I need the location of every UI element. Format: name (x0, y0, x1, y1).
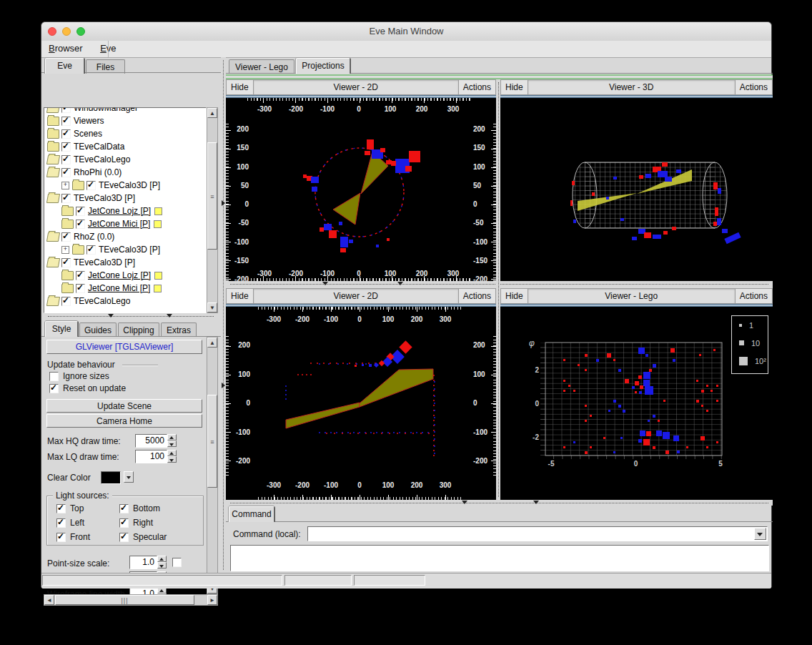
tree-item[interactable]: JetCone Mici [P] (44, 217, 206, 230)
tree-item[interactable]: Scenes (44, 127, 206, 140)
viewer4-hide-button[interactable]: Hide (501, 289, 528, 303)
tree-item[interactable]: +TEveCalo3D [P] (44, 243, 206, 256)
tree-checkbox[interactable] (76, 220, 85, 229)
menu-browser[interactable]: Browser (41, 41, 90, 57)
tree-item[interactable]: JetCone Lojz [P] (44, 269, 206, 282)
tab-viewer-lego[interactable]: Viewer - Lego (229, 59, 294, 74)
viewer-column-splitter[interactable] (496, 79, 500, 500)
checkbox[interactable] (56, 533, 66, 542)
combo-dropdown-icon[interactable] (754, 528, 766, 540)
update-scene-button[interactable]: Update Scene (46, 399, 202, 413)
checkbox[interactable] (119, 518, 129, 528)
style-scroll-thumb[interactable]: ≡ (207, 395, 217, 488)
light-bottom-checkbox-row[interactable]: Bottom (119, 503, 191, 513)
tree-item[interactable]: +TEveCalo3D [P] (44, 179, 206, 192)
command-input-combo[interactable] (307, 526, 768, 541)
tree-checkbox[interactable] (61, 194, 71, 203)
checkbox[interactable] (49, 372, 59, 381)
tree-item[interactable]: RhoZ (0.0) (44, 230, 206, 243)
clear-color-dropdown-icon[interactable] (124, 471, 134, 483)
splitter-arrow-icon[interactable] (322, 282, 328, 285)
splitter-arrow-icon[interactable] (462, 501, 467, 504)
spinner-arrows-icon[interactable] (157, 556, 167, 568)
max-hq-spinbox[interactable]: 5000 (135, 434, 177, 448)
splitter-arrow-icon[interactable] (222, 383, 225, 388)
tree-item-label[interactable]: JetCone Lojz [P] (88, 270, 151, 280)
sidebar-splitter[interactable] (44, 313, 218, 320)
glviewer-button[interactable]: GLViewer [TGLSAViewer] (46, 340, 202, 354)
tree-checkbox[interactable] (61, 117, 71, 126)
tab-extras[interactable]: Extras (161, 322, 197, 337)
tree-item-label[interactable]: JetCone Mici [P] (88, 219, 150, 229)
tree-item[interactable]: TEveCaloLego (44, 153, 206, 166)
tree-checkbox[interactable] (76, 207, 85, 216)
tab-eve[interactable]: Eve (45, 58, 84, 74)
tree-checkbox[interactable] (61, 129, 71, 139)
tree-checkbox[interactable] (61, 142, 71, 152)
viewer3-hide-button[interactable]: Hide (227, 289, 254, 303)
tree-scrollbar[interactable]: ▲ ▼ ≡ (207, 107, 218, 313)
max-lq-spinbox[interactable]: 100 (135, 450, 177, 463)
point-size-checkbox[interactable] (172, 558, 182, 567)
spinner-arrows-icon[interactable] (167, 434, 177, 447)
checkbox[interactable] (56, 504, 66, 513)
tree-checkbox[interactable] (61, 107, 71, 113)
splitter-arrow-icon[interactable] (397, 282, 403, 285)
style-panel-scrollbar[interactable]: ▲ ▼ ≡ (207, 337, 218, 594)
command-splitter[interactable] (226, 500, 773, 506)
tree-item[interactable]: RhoPhi (0.0) (44, 166, 206, 179)
color-tag[interactable] (154, 207, 162, 215)
ignore-sizes-checkbox-row[interactable]: Ignore sizes (49, 371, 109, 381)
tree-item-label[interactable]: JetCone Lojz [P] (88, 206, 151, 216)
viewer3-actions-button[interactable]: Actions (458, 289, 495, 303)
point-size-value[interactable]: 1.0 (129, 556, 157, 569)
command-output-box[interactable] (230, 545, 769, 571)
tree-item[interactable]: JetCone Lojz [P] (44, 205, 206, 217)
tree-checkbox[interactable] (61, 155, 71, 164)
tree-checkbox[interactable] (76, 284, 85, 293)
max-lq-value[interactable]: 100 (135, 450, 167, 463)
scroll-up-icon[interactable]: ▲ (207, 108, 217, 118)
scroll-right-icon[interactable]: ► (207, 595, 217, 605)
tree-item[interactable]: WindowManager (44, 107, 206, 114)
light-top-checkbox-row[interactable]: Top (56, 503, 119, 513)
color-tag[interactable] (154, 272, 162, 280)
tab-command[interactable]: Command (229, 506, 274, 522)
light-specular-checkbox-row[interactable]: Specular (119, 532, 191, 542)
tree-checkbox[interactable] (61, 297, 71, 306)
tab-style[interactable]: Style (45, 321, 78, 337)
camera-home-button[interactable]: Camera Home (46, 414, 202, 428)
splitter-arrow-icon[interactable] (167, 314, 172, 317)
tree-item[interactable]: JetCone Mici [P] (44, 282, 206, 295)
viewer2-hide-button[interactable]: Hide (501, 80, 528, 94)
tree-scroll-thumb[interactable]: ≡ (207, 142, 217, 250)
tree-expander-icon[interactable]: + (61, 182, 69, 189)
tree-item-label[interactable]: JetCone Mici [P] (88, 283, 150, 293)
clear-color-swatch[interactable] (101, 471, 121, 484)
reset-on-update-checkbox-row[interactable]: Reset on update (49, 383, 126, 393)
checkbox[interactable] (119, 504, 129, 513)
tree-checkbox[interactable] (86, 181, 96, 190)
sidebar-hscrollbar[interactable]: ◄ ► ||| (44, 594, 218, 606)
viewer3-viewport[interactable]: -300-200-1000100200300 -300-200-10001002… (226, 307, 496, 500)
splitter-arrow-icon[interactable] (108, 314, 114, 317)
tab-projections[interactable]: Projections (296, 58, 350, 74)
scroll-left-icon[interactable]: ◄ (44, 595, 54, 605)
tree-checkbox[interactable] (61, 168, 71, 177)
light-right-checkbox-row[interactable]: Right (119, 518, 191, 528)
scroll-up-icon[interactable]: ▲ (207, 338, 217, 348)
hscroll-thumb[interactable]: ||| (55, 595, 194, 605)
point-size-spinbox[interactable]: 1.0 (129, 556, 167, 569)
tree-item[interactable]: TEveCalo3D [P] (44, 192, 206, 205)
tree-expander-icon[interactable]: + (61, 246, 69, 254)
tree-checkbox[interactable] (61, 232, 71, 242)
max-hq-value[interactable]: 5000 (135, 434, 167, 448)
tree-checkbox[interactable] (61, 258, 71, 267)
light-front-checkbox-row[interactable]: Front (56, 532, 119, 542)
tab-clipping[interactable]: Clipping (118, 322, 159, 337)
checkbox[interactable] (49, 384, 59, 393)
viewer1-viewport[interactable]: -300-200-1000100200300 -300-200-10001002… (226, 98, 496, 281)
tree-item[interactable]: TEveCalData (44, 140, 206, 153)
color-tag[interactable] (154, 285, 162, 292)
viewer1-actions-button[interactable]: Actions (458, 80, 495, 94)
